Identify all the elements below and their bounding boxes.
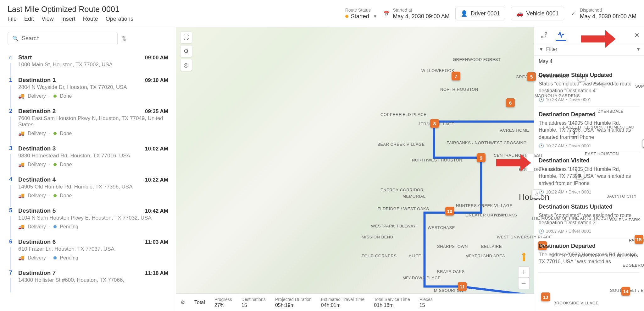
close-icon[interactable]: ✕ [634, 31, 640, 39]
stop-item[interactable]: 4Destination 410:22 AM14905 Old Humble R… [8, 172, 168, 203]
chevron-down-icon: ▼ [373, 14, 377, 19]
clock-icon: 🕐 [539, 143, 544, 148]
activity-event[interactable]: Destination Status UpdatedStatus "comple… [539, 68, 640, 107]
event-desc: The address '14905 Old Humble Rd, Humble… [539, 166, 640, 187]
activity-event[interactable]: Destination DepartedThe address '9830 Ho… [539, 238, 640, 273]
stop-item[interactable]: ⌂Start09:00 AM1000 Main St, Houston, TX … [8, 50, 168, 72]
map-marker[interactable]: 7 [452, 72, 460, 80]
truck-icon: 🚚 [18, 224, 25, 230]
search-box[interactable]: 🔍 [8, 32, 118, 45]
stop-time: 10:02 AM [145, 146, 168, 152]
activity-events[interactable]: Destination Status UpdatedStatus "comple… [534, 68, 644, 311]
menu-operations[interactable]: Operations [106, 16, 133, 22]
route-tab-icon[interactable] [539, 30, 549, 41]
stop-item[interactable]: 7Destination 711:18 AM14300 Hollister St… [8, 265, 168, 288]
map-label: Alief [409, 254, 421, 258]
map-label: Bear Creek Village [377, 142, 425, 147]
status-bullet-icon [53, 194, 57, 197]
route-status[interactable]: Route Status Started▼ [345, 8, 377, 20]
activity-event[interactable]: Destination DepartedThe address '14905 O… [539, 107, 640, 153]
truck-icon: 🚚 [18, 93, 25, 99]
map-controls: ⛶ ⚙ ◎ [180, 32, 192, 71]
fullscreen-icon[interactable]: ⛶ [180, 32, 192, 43]
stop-time: 10:42 AM [145, 208, 168, 214]
stop-number: 2 [9, 108, 12, 114]
vehicle-pill[interactable]: 🚗Vehicle 0001 [511, 7, 564, 20]
home-icon: ⌂ [9, 54, 13, 61]
person-icon: 👤 [461, 10, 468, 17]
map-marker[interactable]: 9 [477, 153, 486, 162]
svg-rect-1 [523, 256, 525, 261]
map-label: North Houston [440, 87, 478, 92]
activity-event[interactable]: Destination VisitedThe address '14905 Ol… [539, 153, 640, 199]
filter-bar[interactable]: ▼Filter▾ [534, 43, 644, 56]
pegman-icon[interactable] [519, 252, 529, 264]
stop-time: 09:35 AM [145, 108, 168, 115]
stop-item[interactable]: 5Destination 510:42 AM1104 N Sam Houston… [8, 203, 168, 234]
driver-pill[interactable]: 👤Driver 0001 [455, 7, 505, 20]
stop-address: 610 Frazer Ln, Houston, TX 77037, USA [18, 246, 168, 252]
menu-view[interactable]: View [42, 16, 54, 22]
map-marker[interactable]: 8 [430, 119, 439, 128]
stop-name: Start [18, 54, 32, 61]
map-label: Eldridge / West Oaks [377, 206, 429, 211]
sort-icon[interactable]: ⇅ [121, 35, 127, 42]
footer-gear-icon[interactable]: ⚙ [180, 299, 185, 305]
map-label: River Oaks [491, 213, 517, 217]
stop-number: 1 [9, 77, 12, 83]
svg-point-2 [541, 36, 543, 38]
stop-address: 14905 Old Humble Rd, Humble, TX 77396, U… [18, 184, 168, 190]
menu-route[interactable]: Route [83, 16, 98, 22]
locate-icon[interactable]: ◎ [180, 59, 192, 71]
footer-col: Pieces15 [419, 297, 433, 308]
stop-address: 14300 Hollister St #600, Houston, TX 770… [18, 277, 168, 283]
map-label: Willowbrook [421, 68, 454, 73]
map-label: Four Corners [362, 254, 397, 258]
zoom-controls: + − [518, 266, 530, 289]
event-desc: The address '14905 Old Humble Rd, Humble… [539, 120, 640, 141]
status-bullet-icon [53, 225, 57, 228]
check-circle-icon: ✓ [570, 10, 577, 17]
event-title: Destination Departed [539, 243, 640, 249]
map-marker[interactable]: 6 [506, 98, 515, 107]
stop-item[interactable]: 3Destination 310:02 AM9830 Homestead Rd,… [8, 141, 168, 172]
car-icon: 🚗 [516, 10, 523, 17]
map-footer: ⚙ Total Progress27%Destinations15Project… [176, 293, 534, 311]
activity-event[interactable]: Destination Status UpdatedStatus "comple… [539, 199, 640, 238]
stop-number: 4 [9, 176, 12, 183]
header-left: Last Mile Optimized Route 0001 FileEditV… [8, 5, 339, 22]
stop-name: Destination 2 [18, 108, 56, 115]
map-label: Acres Home [500, 128, 529, 133]
map-marker[interactable]: 11 [458, 282, 467, 291]
map-marker[interactable]: 10 [445, 207, 454, 216]
calendar-icon: 📅 [383, 10, 390, 17]
search-input[interactable] [22, 35, 113, 42]
clock-icon: 🕐 [539, 97, 544, 102]
stop-item[interactable]: 6Destination 611:03 AM610 Frazer Ln, Hou… [8, 234, 168, 265]
stop-time: 09:00 AM [145, 55, 168, 61]
gear-icon[interactable]: ⚙ [180, 46, 192, 57]
status-dot-icon [345, 15, 348, 18]
menu-edit[interactable]: Edit [24, 16, 34, 22]
zoom-in-button[interactable]: + [518, 266, 530, 278]
map-label: Bellaire [481, 244, 502, 249]
stops-list[interactable]: ⌂Start09:00 AM1000 Main St, Houston, TX … [0, 50, 176, 311]
map[interactable]: WillowbrookGreenwood ForestGreater Green… [176, 27, 534, 311]
map-label: Brays Oaks [437, 269, 465, 274]
stop-item[interactable]: 2Destination 209:35 AM7600 East Sam Hous… [8, 103, 168, 141]
menu-file[interactable]: File [8, 16, 17, 22]
stop-name: Destination 1 [18, 77, 56, 84]
zoom-out-button[interactable]: − [518, 278, 530, 289]
stop-item[interactable]: 1Destination 109:10 AM2804 N Wayside Dr,… [8, 72, 168, 103]
stop-number: 3 [9, 145, 12, 152]
stop-name: Destination 6 [18, 238, 56, 245]
map-label: Meadows Place [402, 276, 441, 280]
stop-number: 6 [9, 238, 12, 245]
activity-tab-icon[interactable] [556, 30, 566, 41]
map-label: Westchase [428, 225, 455, 230]
menu-insert[interactable]: Insert [61, 16, 75, 22]
map-label: Mission Bend [362, 235, 393, 239]
activity-date: May 4 [534, 56, 644, 68]
dispatched: ✓ Dispatched May 4, 2030 08:00 AM [570, 8, 636, 20]
stop-address: 7600 East Sam Houston Pkwy N, Houston, T… [18, 115, 168, 128]
